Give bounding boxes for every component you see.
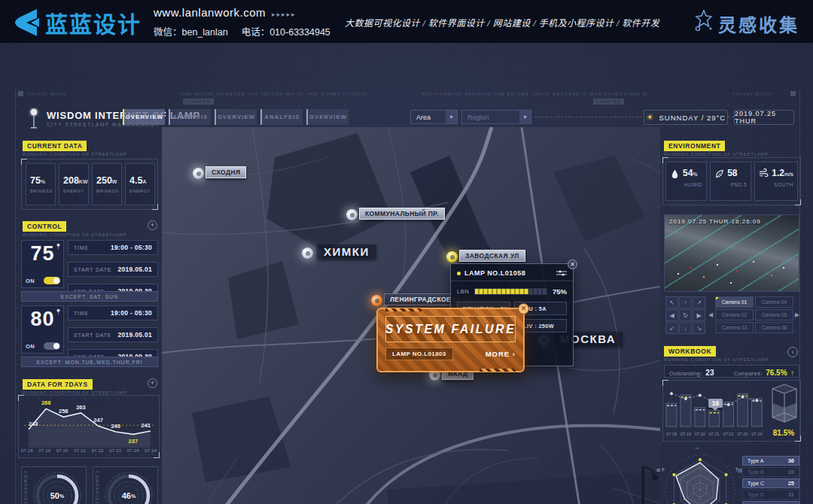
field-value: 2019.05.01 — [117, 266, 152, 273]
left-edge-line — [15, 90, 16, 504]
workbook-gauge-value: 81.5% — [766, 429, 801, 437]
env-value: 54% — [683, 168, 698, 178]
pan-down-key[interactable]: ↓ — [679, 322, 692, 334]
lanlan-logo-icon — [12, 7, 42, 37]
field-value: 19:00 - 05:30 — [111, 309, 152, 317]
brightness-progressbar[interactable] — [474, 288, 547, 295]
camera-button-camera-03[interactable]: Camera 03 — [715, 322, 754, 333]
stat-value: 250W — [96, 175, 121, 186]
map-label[interactable]: СХОДНЯ — [206, 166, 246, 178]
tab-overview-2[interactable]: OVERVIEW — [215, 109, 257, 125]
week-axis-labels: 07.1807.1907.2007.2107.2207.2307.2407.24 — [18, 448, 160, 453]
services-list: 大数据可视化设计 / 软件界面设计 / 网站建设 / 手机及小程序设计 / 软件… — [345, 16, 659, 29]
connector-line — [728, 117, 734, 117]
svg-text:07.22: 07.22 — [723, 432, 734, 436]
power-toggle[interactable] — [44, 277, 60, 284]
type-row-type-e[interactable]: Type E24 — [742, 501, 799, 504]
tab-overview-4[interactable]: OVERVIEW — [306, 109, 349, 125]
compared-value: 76.5% — [766, 369, 787, 377]
field-label: START DATE — [74, 267, 111, 272]
type-row-type-d[interactable]: Type D31 — [742, 490, 799, 499]
pan-down-left-key[interactable]: ↙ — [665, 322, 678, 334]
type-row-type-a[interactable]: Type A36 — [742, 456, 799, 466]
week-data-badge: DATA FOR 7DAYS — [23, 379, 93, 390]
pan-left-key[interactable]: ◀ — [665, 309, 678, 321]
current-data-badge: CURRENT DATA — [23, 141, 87, 151]
region-select[interactable]: Region▼ — [461, 110, 531, 124]
current-data-stats: 75%BRINESS208KWENERGY250WBRINESS4.5AENER… — [26, 163, 155, 205]
schedule-field-start-date[interactable]: START DATE2019.05.01 — [68, 327, 158, 342]
pan-up-left-key[interactable]: ↖ — [665, 296, 678, 308]
chevron-down-icon[interactable]: ▼ — [446, 111, 457, 123]
comparison-gauge-2: COMPARISON FOR 46% — [93, 466, 158, 504]
type-row-type-c[interactable]: Type C25 — [742, 478, 799, 488]
tab-analysis-3[interactable]: ANALYSIS — [260, 109, 303, 125]
pan-up-key[interactable]: ↑ — [679, 296, 692, 308]
svg-text:07.23: 07.23 — [738, 432, 748, 436]
svg-text:07.21: 07.21 — [709, 432, 720, 436]
area-select[interactable]: Area▼ — [410, 110, 458, 124]
environment-badge: ENVIRONMENT — [664, 141, 725, 151]
map-marker-white[interactable] — [193, 168, 204, 179]
map-label[interactable]: ЗАВОДСКАЯ УЛ — [459, 250, 525, 262]
settings-sliders-icon[interactable] — [556, 269, 567, 277]
camera-button-camera-04[interactable]: Camera 04 — [755, 296, 793, 308]
refresh-key[interactable]: ↻ — [679, 309, 692, 321]
map-marker-white[interactable] — [302, 247, 313, 259]
map-label[interactable]: КОММУНАЛЬНЫЙ ПР. — [359, 208, 445, 220]
tab-analysis-1[interactable]: ANALYSIS — [169, 109, 211, 125]
pan-down-right-key[interactable]: ↘ — [693, 322, 705, 334]
lamp-bulb-icon — [56, 308, 61, 315]
comparison-gauge-1: COMPARISON FOR 50% — [21, 466, 87, 504]
stat-value: 4.5A — [129, 175, 154, 186]
leaf-icon — [714, 169, 724, 178]
camera-prev-arrow[interactable]: ◀ — [708, 311, 713, 318]
camera-button-camera-06[interactable]: Camera 06 — [755, 322, 793, 333]
chevron-down-icon[interactable]: ▼ — [519, 111, 531, 123]
map-marker-yellow[interactable] — [446, 251, 458, 263]
system-failure-alert: ✕ SYSTEM FAILURE LAMP NO.L01803 MORE › — [376, 308, 525, 372]
promo-banner: 蓝蓝设计 www.lanlanwork.com▸▸▸▸▸ 微信：ben_lanl… — [0, 0, 813, 43]
bar-tooltip: 16 — [708, 399, 723, 408]
control-subtitle: RUNNING CONDITION OF STREETLAMP — [23, 232, 127, 237]
type-row-type-b[interactable]: Type B28 — [742, 467, 799, 477]
svg-text:247: 247 — [93, 417, 103, 424]
type-list: Type A36Type B28Type C25Type D31Type E24… — [742, 456, 799, 504]
camera-pan-controls: ↖↑↗◀↻▶↙↓↘ — [665, 296, 705, 334]
decorative-text: TRAVEL BOTH — [27, 92, 66, 96]
map-marker-white[interactable] — [346, 209, 358, 220]
power-toggle[interactable] — [44, 342, 60, 350]
camera-button-camera-05[interactable]: Camera 05 — [755, 309, 793, 320]
wind-icon — [759, 169, 769, 178]
week-expand-button[interactable]: + — [148, 378, 157, 388]
workbook-cube-gauge — [770, 383, 799, 430]
camera-next-arrow[interactable]: ▶ — [795, 311, 799, 318]
alert-lamp-id[interactable]: LAMP NO.L01803 — [385, 348, 453, 360]
decorative-text: THE ROADS DIVERGED IN A YELLOW WOOD, AND… — [181, 92, 367, 96]
schedule-field-time[interactable]: TIME19:00 - 05:30 — [68, 240, 158, 255]
week-tick-label: 07.19 — [36, 448, 54, 453]
website-link[interactable]: www.lanlanwork.com▸▸▸▸▸ — [154, 6, 297, 19]
map-marker-orange[interactable] — [371, 295, 382, 306]
svg-text:240: 240 — [111, 423, 120, 430]
pan-right-key[interactable]: ▶ — [693, 309, 705, 321]
map-label[interactable]: ХИМКИ — [317, 244, 376, 259]
pan-up-right-key[interactable]: ↗ — [693, 296, 705, 308]
workbook-next-button[interactable]: › — [787, 347, 798, 357]
power-row: ON — [26, 277, 60, 284]
popup-lamp-title: LAMP NO.L01058 — [464, 269, 553, 277]
close-icon[interactable]: ✕ — [568, 260, 577, 269]
close-icon[interactable]: ✕ — [518, 303, 529, 314]
env-card-pm2.5: 58PM2.5 — [710, 162, 751, 201]
env-value: 58 — [727, 168, 737, 178]
control-add-button[interactable]: + — [148, 220, 157, 230]
city-map[interactable]: СХОДНЯКОММУНАЛЬНЫЙ ПР.ХИМКИЗАВОДСКАЯ УЛЛ… — [162, 127, 660, 504]
camera-button-camera-02[interactable]: Camera 02 — [715, 309, 754, 320]
camera-button-camera-01[interactable]: Camera 01 — [715, 296, 754, 308]
schedule-field-start-date[interactable]: START DATE2019.05.01 — [68, 262, 158, 277]
workbook-subtitle: RUNNING CONDITION OF STREETLAMP — [664, 357, 769, 362]
schedule-field-time[interactable]: TIME19:00 - 05:30 — [68, 305, 158, 320]
comparison-label: COMPARISON FOR — [23, 471, 28, 504]
more-link[interactable]: MORE › — [486, 350, 516, 358]
tab-overview-0[interactable]: OVERVIEW — [123, 109, 165, 125]
